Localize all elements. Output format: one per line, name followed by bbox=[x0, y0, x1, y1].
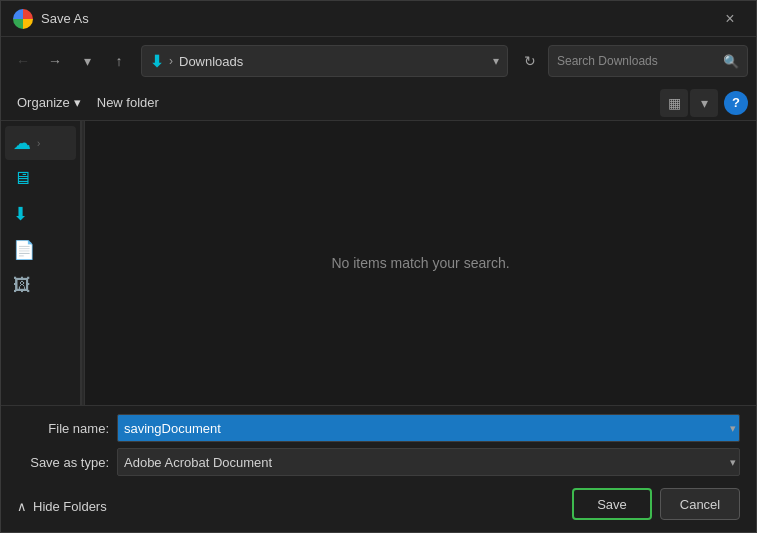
save-as-dialog: Save As × ← → ▾ ↑ ⬇ › Downloads ▾ ↻ 🔍 Or… bbox=[0, 0, 757, 533]
help-button[interactable]: ? bbox=[724, 91, 748, 115]
file-name-input[interactable] bbox=[117, 414, 740, 442]
downloads-icon: ⬇ bbox=[13, 203, 28, 225]
organize-label: Organize bbox=[17, 95, 70, 110]
view-controls: ▦ ▾ bbox=[660, 89, 718, 117]
toolbar: Organize ▾ New folder ▦ ▾ ? bbox=[1, 85, 756, 121]
search-icon: 🔍 bbox=[723, 54, 739, 69]
back-button[interactable]: ← bbox=[9, 47, 37, 75]
address-text: Downloads bbox=[179, 54, 487, 69]
address-dropdown-icon[interactable]: ▾ bbox=[493, 54, 499, 68]
sidebar-item-desktop[interactable]: 🖥 bbox=[5, 162, 76, 195]
sidebar-item-documents[interactable]: 📄 bbox=[5, 233, 76, 267]
cancel-button[interactable]: Cancel bbox=[660, 488, 740, 520]
new-folder-label: New folder bbox=[97, 95, 159, 110]
sidebar: ☁ › 🖥 ⬇ 📄 🖼 bbox=[1, 121, 81, 405]
cloud-icon: ☁ bbox=[13, 132, 31, 154]
main-area: No items match your search. bbox=[85, 121, 756, 405]
save-type-row: Save as type: ▾ bbox=[17, 448, 740, 476]
chrome-logo-icon bbox=[13, 9, 33, 29]
documents-icon: 📄 bbox=[13, 239, 35, 261]
actions-row: ∧ Hide Folders Save Cancel bbox=[17, 482, 740, 524]
sidebar-item-pictures[interactable]: 🖼 bbox=[5, 269, 76, 302]
hide-folders-button[interactable]: ∧ Hide Folders bbox=[17, 493, 107, 516]
bottom-area: File name: ▾ Save as type: ▾ ∧ Hide Fold… bbox=[1, 405, 756, 532]
hide-folders-label: Hide Folders bbox=[33, 499, 107, 514]
title-bar: Save As × bbox=[1, 1, 756, 37]
view-dropdown-button[interactable]: ▾ bbox=[690, 89, 718, 117]
nav-bar: ← → ▾ ↑ ⬇ › Downloads ▾ ↻ 🔍 bbox=[1, 37, 756, 85]
refresh-button[interactable]: ↻ bbox=[516, 47, 544, 75]
address-separator: › bbox=[169, 54, 173, 68]
up-button[interactable]: ↑ bbox=[105, 47, 133, 75]
desktop-icon: 🖥 bbox=[13, 168, 31, 189]
dropdown-button[interactable]: ▾ bbox=[73, 47, 101, 75]
organize-button[interactable]: Organize ▾ bbox=[9, 91, 89, 114]
forward-button[interactable]: → bbox=[41, 47, 69, 75]
downloads-nav-icon: ⬇ bbox=[150, 52, 163, 71]
sidebar-item-downloads[interactable]: ⬇ bbox=[5, 197, 76, 231]
cloud-expand-icon: › bbox=[37, 138, 40, 149]
save-type-label: Save as type: bbox=[17, 455, 117, 470]
search-bar[interactable]: 🔍 bbox=[548, 45, 748, 77]
file-name-input-wrap: ▾ bbox=[117, 414, 740, 442]
file-name-label: File name: bbox=[17, 421, 117, 436]
save-button[interactable]: Save bbox=[572, 488, 652, 520]
close-button[interactable]: × bbox=[716, 5, 744, 33]
save-type-input-wrap: ▾ bbox=[117, 448, 740, 476]
address-bar[interactable]: ⬇ › Downloads ▾ bbox=[141, 45, 508, 77]
content-area: ☁ › 🖥 ⬇ 📄 🖼 No items match your search. bbox=[1, 121, 756, 405]
save-type-input[interactable] bbox=[117, 448, 740, 476]
empty-message: No items match your search. bbox=[331, 255, 509, 271]
sidebar-item-cloud[interactable]: ☁ › bbox=[5, 126, 76, 160]
pictures-icon: 🖼 bbox=[13, 275, 31, 296]
search-input[interactable] bbox=[557, 54, 719, 68]
organize-dropdown-icon: ▾ bbox=[74, 95, 81, 110]
dialog-title: Save As bbox=[41, 11, 716, 26]
file-name-row: File name: ▾ bbox=[17, 414, 740, 442]
new-folder-button[interactable]: New folder bbox=[89, 91, 167, 114]
hide-folders-chevron-icon: ∧ bbox=[17, 499, 27, 514]
view-button[interactable]: ▦ bbox=[660, 89, 688, 117]
